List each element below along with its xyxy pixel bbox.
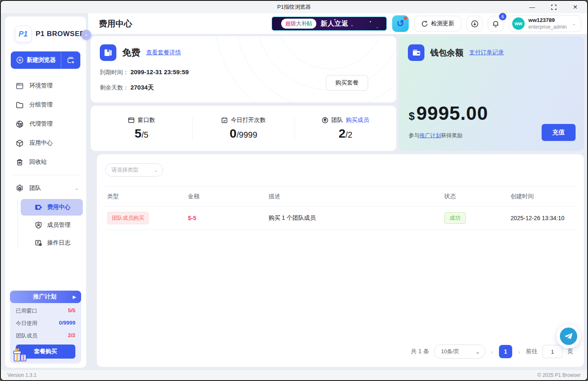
maximize-button[interactable] (549, 2, 558, 12)
page-title: 费用中心 (99, 18, 132, 29)
sidebar-item-label: 代理管理 (29, 120, 53, 128)
promo-stat-label: 已用窗口 (16, 307, 37, 315)
titlebar: P1指纹浏览器 — ✕ (1, 1, 587, 13)
promo-stat-label: 今日使用 (16, 320, 37, 327)
pagination: 共 1 条 10条/页 ⌄ ‹ 1 › 前往 页 (411, 345, 573, 359)
sidebar-divider (12, 175, 80, 175)
chevron-down-icon: ⌄ (475, 349, 480, 355)
days-label: 剩余天数： (100, 84, 129, 91)
billing-card-icon (35, 204, 42, 211)
banner-text: 新人立返 (321, 19, 349, 28)
page-number-button[interactable]: 1 (499, 345, 512, 358)
brand-name: P1 BROWSER (36, 30, 85, 38)
buy-members-link[interactable]: 购买成员 (346, 116, 369, 124)
amount-value: $-5 (188, 215, 196, 221)
avatar: ww (512, 17, 525, 30)
chevron-down-icon: ⌄ (75, 185, 79, 191)
sidebar-item-appcenter[interactable]: 应用中心 (5, 133, 86, 153)
import-icon (67, 56, 75, 64)
stat-label: 团队 (331, 116, 343, 124)
sidebar-item-recycle[interactable]: 回收站 (5, 153, 86, 172)
page-size-value: 10条/页 (441, 348, 459, 355)
status-badge: 成功 (444, 212, 466, 224)
column-created-time: 创建时间 (506, 187, 578, 206)
import-browser-button[interactable] (61, 51, 80, 69)
promo-prefix: 参与 (409, 132, 419, 138)
user-meta: ww123789 enterprise_admin (528, 17, 567, 30)
pin-circle-icon (322, 117, 328, 124)
browser-window-icon (16, 82, 24, 90)
telegram-float-button[interactable] (557, 324, 581, 348)
sidebar-item-label: 操作日志 (47, 239, 70, 247)
banner-pill: 超级大补贴 (281, 19, 316, 29)
telegram-icon (560, 328, 577, 345)
check-update-label: 检测更新 (431, 20, 454, 27)
promo-banner[interactable]: 超级大补贴 新人立返 (272, 17, 387, 31)
new-browser-button[interactable]: 新建浏览器 (11, 51, 80, 69)
stat-label-row: 今日打开次数 (221, 116, 265, 124)
sidebar-item-proxy[interactable]: 代理管理 (5, 114, 86, 133)
chevron-down-icon: ⌄ (572, 21, 576, 27)
brand: P1 P1 BROWSER (5, 17, 86, 50)
content: 免费 查看套餐详情 到期时间： 2099-12-31 23:59:59 剩余天数… (88, 34, 587, 369)
sidebar-item-label: 费用中心 (47, 204, 70, 211)
sidebar-item-groups[interactable]: 分组管理 (5, 95, 86, 114)
log-icon (35, 239, 42, 247)
payment-orders-link[interactable]: 支付订单记录 (469, 49, 504, 56)
check-update-button[interactable]: 检测更新 (414, 16, 461, 32)
sidebar-item-operation-log[interactable]: 操作日志 (21, 235, 83, 251)
sidebar-item-members[interactable]: 成员管理 (21, 217, 83, 233)
days-value: 27034天 (130, 84, 154, 91)
type-filter-select[interactable]: 请选择类型 ⌄ (105, 163, 163, 177)
team-submenu: 费用中心 成员管理 操作日志 (5, 198, 86, 252)
trash-icon (16, 158, 24, 166)
column-description: 描述 (265, 187, 440, 206)
promo-title: 推广计划 (33, 293, 56, 301)
next-page-button[interactable]: › (517, 348, 521, 355)
sidebar-item-billing-center[interactable]: 费用中心 (21, 199, 83, 216)
user-menu[interactable]: ww ww123789 enterprise_admin ⌄ (509, 15, 581, 32)
buy-plan-button[interactable]: 购买套餐 (326, 75, 368, 91)
prev-page-button[interactable]: ‹ (490, 348, 494, 355)
paper-plane-icon (564, 332, 573, 341)
stat-label-row: 团队 购买成员 (322, 116, 369, 124)
sidebar-collapse-button[interactable]: ‹ (81, 30, 91, 40)
recharge-button[interactable]: 充值 (542, 124, 576, 141)
sidebar-section-team[interactable]: 团队 ⌄ (5, 179, 86, 198)
table-row[interactable]: 团队成员购买 $-5 购买 1 个团队成员 成功 2025-12-26 13:3… (103, 206, 578, 230)
promo-plan-link[interactable]: 推广计划 (419, 132, 441, 138)
new-browser-label: 新建浏览器 (27, 56, 56, 64)
promo-stat-members: 团队成员 2/2 (16, 332, 75, 340)
notifications: 6 (488, 16, 504, 32)
close-button[interactable]: ✕ (571, 2, 580, 12)
description-value: 购买 1 个团队成员 (265, 206, 440, 230)
shield-person-icon (35, 221, 42, 229)
download-button[interactable] (467, 16, 482, 32)
window-title: P1指纹浏览器 (277, 3, 311, 11)
sidebar-item-label: 应用中心 (29, 139, 53, 147)
gift-icon (12, 347, 29, 364)
minimize-button[interactable]: — (528, 2, 537, 12)
promo-stat-usage: 今日使用 0/9999 (16, 320, 75, 327)
main-area: 费用中心 超级大补贴 新人立返 ↺ 检测更新 (88, 13, 587, 369)
new-browser-main[interactable]: 新建浏览器 (11, 51, 61, 69)
promo-header[interactable]: 推广计划 ▶ (10, 291, 81, 303)
app-logo-button[interactable]: ↺ (392, 15, 409, 32)
wallet-promo-text: 参与推广计划获得奖励 (409, 132, 463, 139)
promo-suffix: 获得奖励 (441, 132, 463, 138)
sidebar-item-environment[interactable]: 环境管理 (5, 76, 86, 95)
records-card: 请选择类型 ⌄ 类型 金额 描述 状态 创建时间 (97, 154, 584, 367)
column-type: 类型 (103, 187, 184, 206)
balance-amount: 9995.00 (416, 102, 488, 124)
goto-page-input[interactable] (542, 345, 562, 358)
sidebar-item-label: 环境管理 (29, 82, 53, 90)
plan-details-link[interactable]: 查看套餐详情 (146, 49, 181, 56)
promo-stat-value: 5/5 (68, 307, 75, 315)
wallet-balance: $ 9995.00 (409, 102, 488, 124)
refresh-icon (421, 20, 428, 27)
page-size-select[interactable]: 10条/页 ⌄ (434, 345, 485, 359)
stat-team-members: 团队 购买成员 2/2 (294, 116, 396, 141)
plan-icon (100, 44, 116, 61)
app-logo-icon: ↺ (397, 18, 404, 29)
plan-card: 免费 查看套餐详情 到期时间： 2099-12-31 23:59:59 剩余天数… (91, 36, 396, 102)
